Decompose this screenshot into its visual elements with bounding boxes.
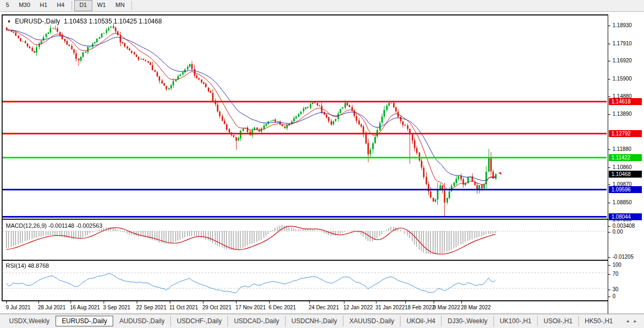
price-axis-tick [608, 203, 610, 203]
price-axis-tick-label: 1.15900 [612, 76, 632, 82]
tab-usdx-weekly[interactable]: USDX,Weekly [3, 316, 56, 326]
date-axis-tick [269, 301, 270, 303]
macd-axis-tick [608, 226, 610, 227]
date-axis-tick [376, 301, 376, 303]
macd-axis-tick [608, 257, 610, 258]
price-axis-tick-label: 1.18930 [612, 22, 632, 28]
price-axis-tick-label: 1.16920 [612, 58, 632, 63]
price-axis-tick [608, 44, 610, 44]
tab-usoil-h1[interactable]: USOil-,H1 [537, 316, 578, 326]
tab-eurusd-daily[interactable]: EURUSD-,Daily [56, 316, 114, 326]
chart-menu-icon[interactable]: ▼ [7, 19, 11, 24]
macd-label: MACD(12,26,9) -0.001148 -0.002563 [6, 222, 103, 229]
date-axis-label: 9 Mar 2022 [433, 305, 460, 310]
date-axis[interactable]: 9 Jul 202128 Jul 202116 Aug 20213 Sep 20… [2, 301, 608, 314]
rsi-axis-tick [608, 265, 610, 266]
price-level-badge: 1.12792 [609, 130, 642, 137]
date-axis-label: 3 Sep 2021 [103, 305, 130, 310]
date-axis-label: 24 Dec 2021 [309, 305, 339, 310]
date-axis-label: 18 Feb 2022 [405, 305, 435, 310]
rsi-chart-canvas[interactable] [3, 261, 607, 300]
rsi-axis-tick [608, 290, 610, 290]
price-axis-tick-label: 1.10860 [612, 164, 632, 170]
tab-uk100-h1[interactable]: UK100-,H1 [493, 316, 537, 326]
timeframe-button-d1[interactable]: D1 [74, 0, 92, 11]
timeframe-button-h4[interactable]: H4 [52, 0, 69, 11]
tab-usdcnh-daily[interactable]: USDCNH-,Daily [285, 316, 343, 326]
rsi-axis-tick-label: 0 [612, 293, 616, 299]
date-axis-tick [405, 301, 406, 303]
date-axis-tick [104, 301, 104, 303]
tab-usdchf-daily[interactable]: USDCHF-,Daily [170, 316, 227, 326]
date-axis-label: 12 Jan 2022 [343, 305, 373, 310]
tab-hk50-h1[interactable]: HK50-,H1 [578, 316, 619, 326]
date-axis-tick [203, 301, 203, 303]
date-axis-tick [236, 301, 237, 303]
price-level-badge: 1.14618 [609, 98, 642, 105]
timeframe-button-m30[interactable]: M30 [14, 0, 35, 11]
date-axis-label: 16 Aug 2021 [70, 305, 100, 310]
symbol-tab-bar: USDX,WeeklyEURUSD-,DailyAUDUSD-,DailyUSD… [0, 314, 644, 328]
tab-scroll-left-icon[interactable]: ◂ [626, 318, 629, 324]
date-axis-label: 28 Jul 2021 [38, 305, 66, 310]
price-axis-tick [608, 167, 610, 168]
date-axis-tick [70, 301, 71, 303]
date-axis-tick [309, 301, 310, 303]
tab-scroll-right-icon[interactable]: ▸ [634, 318, 637, 324]
rsi-pane: RSI(14) 48.8768 [3, 261, 608, 301]
macd-axis-tick-label: 0.00 [612, 229, 623, 235]
date-axis-label: 11 Oct 2021 [169, 305, 198, 310]
macd-axis-tick [608, 232, 610, 233]
tab-ukoil-h4[interactable]: UKOil-,H4 [400, 316, 441, 326]
tab-dj30-weekly[interactable]: DJ30-,Weekly [441, 316, 493, 326]
tab-scrollers: ◂▸ [626, 318, 637, 324]
date-axis-label: 22 Sep 2021 [136, 305, 167, 310]
tab-audusd-daily[interactable]: AUDUSD-,Daily [113, 316, 170, 326]
price-axis-tick-label: 1.17910 [612, 41, 632, 46]
date-axis-label: 29 Oct 2021 [202, 305, 231, 310]
price-pane: ▼ EURUSD-,Daily 1.10453 1.10535 1.10425 … [3, 14, 608, 220]
chart-title: ▼ EURUSD-,Daily 1.10453 1.10535 1.10425 … [7, 18, 162, 25]
rsi-label: RSI(14) 48.8768 [6, 262, 49, 269]
date-axis-label: 31 Jan 2022 [375, 305, 405, 310]
rsi-axis-tick [608, 297, 610, 297]
price-level-badge: 1.11422 [609, 154, 642, 161]
price-axis-tick [608, 97, 610, 97]
price-axis-tick [608, 185, 610, 185]
trading-platform-window: 5M30H1H4D1W1MN ▼ EURUSD-,Daily 1.10453 1… [0, 0, 644, 328]
price-axis-tick-label: 1.11880 [612, 146, 631, 152]
rsi-axis-tick-label: 100 [612, 262, 622, 268]
price-axis-tick [608, 26, 610, 26]
rsi-axis-tick-label: 30 [612, 286, 618, 292]
price-level-badge: 1.10468 [609, 171, 642, 178]
macd-axis-tick-label: 0.003408 [612, 223, 635, 229]
date-axis-tick [6, 301, 7, 303]
price-axis-tick [608, 114, 610, 115]
price-axis[interactable]: 1.189301.179101.169201.159001.148801.138… [608, 14, 644, 314]
price-axis-tick [608, 149, 610, 150]
price-axis-tick-label: 1.13890 [612, 111, 632, 117]
date-axis-label: 28 Mar 2022 [461, 305, 491, 310]
date-axis-tick [461, 301, 462, 303]
date-axis-tick [137, 301, 137, 303]
chart-window: ▼ EURUSD-,Daily 1.10453 1.10535 1.10425 … [2, 14, 608, 314]
price-chart-canvas[interactable] [3, 15, 607, 219]
timeframe-button-h1[interactable]: H1 [35, 0, 52, 11]
price-level-badge: 1.08044 [609, 213, 642, 220]
macd-axis-tick-label: -0.01205 [612, 254, 633, 260]
tab-xauusd-daily[interactable]: XAUUSD-,Daily [343, 316, 400, 326]
timeframe-button-mn[interactable]: MN [111, 0, 129, 11]
price-level-badge: 1.09596 [609, 186, 642, 193]
tab-usdcad-daily[interactable]: USDCAD-,Daily [227, 316, 285, 326]
timeframe-button-5[interactable]: 5 [1, 0, 14, 11]
date-axis-label: 9 Jul 2021 [6, 305, 30, 310]
date-axis-tick [344, 301, 344, 303]
price-axis-tick-label: 1.08850 [612, 199, 632, 205]
chart-ohlc-values: 1.10453 1.10535 1.10425 1.10468 [64, 18, 162, 25]
date-axis-tick [434, 301, 434, 303]
rsi-axis-tick [608, 274, 610, 275]
price-axis-tick [608, 79, 610, 79]
timeframe-button-w1[interactable]: W1 [92, 0, 111, 11]
timeframe-toolbar: 5M30H1H4D1W1MN [0, 0, 644, 12]
macd-pane: MACD(12,26,9) -0.001148 -0.002563 [3, 221, 608, 261]
